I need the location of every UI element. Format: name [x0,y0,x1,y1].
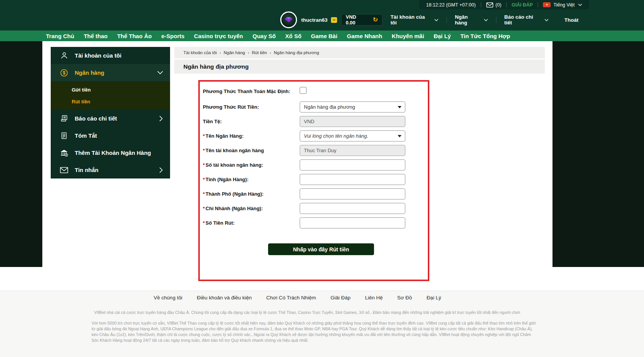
nav-item-virtual-sports[interactable]: Thể Thao Ảo [112,33,157,39]
breadcrumb-item[interactable]: Rút tiền [252,50,267,55]
amount-input[interactable] [300,217,405,228]
footer-link-agent[interactable]: Đại Lý [427,295,441,301]
right-dark-margin [552,41,644,267]
branch-input[interactable] [300,203,405,214]
city-input[interactable] [300,188,405,199]
mail-icon [486,2,493,8]
avatar[interactable] [280,11,297,28]
nav-item-sports[interactable]: Thể thao [79,33,112,39]
field-label: *Tỉnh (Ngân Hàng): [200,177,300,182]
gem-icon [284,17,293,23]
left-dark-margin [0,41,42,267]
select-caret-icon [398,106,401,108]
nav-item-home[interactable]: Trang Chủ [41,33,79,39]
nav-item-lottery[interactable]: Xổ Số [281,33,307,39]
sidebar-item-my-account[interactable]: Tài khoản của tôi [51,47,170,64]
field-label: Phương Thức Thanh Toán Mặc Định: [200,88,300,94]
summary-icon [60,132,68,140]
field-label: *Số tài khoản ngân hàng: [200,162,300,168]
sidebar-item-detailed-report[interactable]: Báo cáo chi tiết [51,110,170,127]
breadcrumb-item-current: Ngân hàng địa phương [274,50,319,55]
top-utility-bar: 18:12:22 (GMT +07:00) (0) GIẢI ĐÁP ★ Tiế… [419,0,589,10]
nav-item-card-games[interactable]: Game Bài [306,33,342,39]
field-label: *Chi Nhánh (Ngân Hàng): [200,206,300,211]
main-nav: Trang Chủ Thể thao Thể Thao Ảo e-Sports … [0,31,644,41]
footer-link-faq[interactable]: Giải Đáp [331,295,351,301]
field-label: *Tên tài khoản ngân hàng [200,148,300,153]
sidebar-item-banking[interactable]: $ Ngân hàng [51,64,170,81]
refresh-icon[interactable]: ↻ [373,17,378,23]
submenu-item-deposit[interactable]: Gửi tiền [51,84,170,96]
page-title: Ngân hàng địa phương [174,60,545,74]
field-label: Tiền Tệ: [200,119,300,124]
sidebar-item-messages[interactable]: Tin nhắn [51,161,170,178]
sidebar-item-add-bank-account[interactable]: Thêm Tài Khoản Ngân Hàng [51,144,170,161]
faq-link[interactable]: GIẢI ĐÁP [512,2,533,8]
default-payment-checkbox[interactable] [300,87,307,94]
footer-link-sitemap[interactable]: Sơ Đồ [397,295,412,301]
footer-link-responsible-gaming[interactable]: Chơi Có Trách Nhiệm [266,295,316,301]
province-input[interactable] [300,174,405,185]
banking-submenu: Gửi tiền Rút tiền [51,81,170,110]
language-selector[interactable]: ★ Tiếng Việt [543,2,582,8]
nav-item-promotions[interactable]: Khuyến mãi [387,33,429,39]
balance-amount: VND 0.00 [346,14,367,26]
content: Tài khoản của tôi › Ngân hàng › Rút tiền… [174,47,545,281]
field-label: *Tên Ngân Hàng: [200,133,300,139]
nav-item-agent[interactable]: Đại Lý [429,33,456,39]
form-row-account-number: *Số tài khoản ngân hàng: [200,159,428,170]
footer-link-about[interactable]: Về chúng tôi [154,295,182,301]
bank-name-select[interactable]: Vui lòng chọn tên ngân hàng. [300,130,405,142]
sidebar-item-summary[interactable]: Tóm Tắt [51,127,170,144]
main-area: Tài khoản của tôi $ Ngân hàng Gửi tiền R… [0,41,644,291]
footer-link-contact[interactable]: Liên Hệ [365,295,383,301]
nav-item-news[interactable]: Tin Tức Tổng Hợp [456,33,515,39]
form-row-bank-name: *Tên Ngân Hàng: Vui lòng chọn tên ngân h… [200,130,428,142]
menu-banking[interactable]: Ngân hàng [447,14,496,26]
breadcrumb-item[interactable]: Ngân hàng [223,50,245,55]
submenu-item-withdraw[interactable]: Rút tiền [51,96,170,108]
field-label: Phương Thức Rút Tiền: [200,104,300,110]
form-row-currency: Tiền Tệ: VND [200,116,428,127]
nav-item-esports[interactable]: e-Sports [157,33,190,39]
language-label: Tiếng Việt [553,2,575,8]
chevron-right-icon [159,116,163,122]
nav-item-live-casino[interactable]: Casino trực tuyến [189,33,247,39]
form-row-amount: *Số Tiền Rút: [200,217,428,228]
user-icon [60,51,68,60]
breadcrumb-item[interactable]: Tài khoản của tôi [183,50,217,55]
mail-button[interactable]: (0) [486,2,501,8]
minus-badge-icon[interactable]: − [331,17,337,23]
form-row-city: *Thành Phố (Ngân Hàng): [200,188,428,199]
nav-item-quick-games[interactable]: Game Nhanh [342,33,387,39]
chevron-down-icon [434,19,438,21]
chevron-down-icon [157,71,163,75]
vietnam-flag-icon: ★ [543,2,551,7]
logout-button[interactable]: Thoát [556,17,578,23]
form-row-province: *Tỉnh (Ngân Hàng): [200,174,428,185]
withdraw-submit-button[interactable]: Nhấp vào đây Rút tiền [268,243,374,255]
user-bar: thuctran63 − VND 0.00 ↻ Tài khoản của tô… [0,9,644,31]
currency-field: VND [300,116,405,127]
dollar-icon: $ [60,69,68,77]
footer-link-terms[interactable]: Điều khoản và điều kiện [197,295,252,301]
header-menus: Tài khoản của tôi Ngân hàng Báo cáo chi … [382,14,578,26]
chevron-right-icon [159,167,163,173]
menu-detailed-report[interactable]: Báo cáo chi tiết [496,14,557,26]
withdraw-form: Phương Thức Thanh Toán Mặc Định: Phương … [198,80,429,281]
nav-item-number-game[interactable]: Quay Số [248,33,281,39]
header: 18:12:22 (GMT +07:00) (0) GIẢI ĐÁP ★ Tiế… [0,0,644,31]
breadcrumb-separator: › [248,50,249,55]
form-row-default-payment: Phương Thức Thanh Toán Mặc Định: [200,86,428,96]
report-icon [60,114,68,122]
divider [538,2,538,7]
bank-plus-icon [60,149,68,157]
form-row-withdraw-method: Phương Thức Rút Tiền: Ngân hàng địa phươ… [200,101,428,113]
menu-my-account[interactable]: Tài khoản của tôi [382,14,446,26]
field-label: *Thành Phố (Ngân Hàng): [200,191,300,197]
withdraw-method-select[interactable]: Ngân hàng địa phương [300,101,405,113]
breadcrumb: Tài khoản của tôi › Ngân hàng › Rút tiền… [174,47,545,58]
chevron-down-icon [578,3,582,6]
sidebar: Tài khoản của tôi $ Ngân hàng Gửi tiền R… [51,47,170,178]
account-number-input[interactable] [300,159,405,170]
